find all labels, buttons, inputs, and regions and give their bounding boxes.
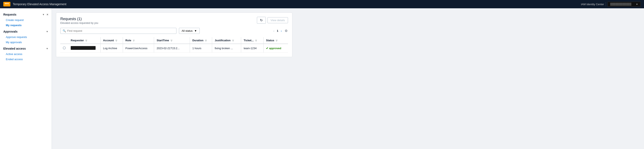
justification-value: fixing broken ...: [214, 47, 233, 50]
card-title-text: Requests: [60, 17, 76, 21]
chevron-down-icon: ▼: [636, 3, 638, 6]
card-title: Requests (1): [60, 17, 98, 21]
nav-account-text: ████████████: [610, 3, 631, 6]
filter-row: 🔍 All status ▼ ‹ 1 › ⚙: [60, 28, 288, 34]
chevron-approvals-icon: ▼: [46, 30, 48, 33]
sidebar-section-elevated-access: Elevated access ▼ Active access Ended ac…: [0, 46, 52, 62]
th-requester: Requester ▽: [68, 37, 100, 44]
sort-justification-icon[interactable]: ▽: [232, 39, 234, 42]
page-number: 1: [277, 29, 278, 32]
sidebar-section-label-elevated-access: Elevated access: [3, 47, 26, 50]
th-checkbox: [60, 37, 68, 44]
duration-value: 1 hours: [192, 47, 201, 50]
refresh-button[interactable]: ↻: [257, 17, 266, 24]
sort-duration-icon[interactable]: ▽: [205, 39, 207, 42]
search-icon: 🔍: [62, 29, 66, 32]
sort-ticket-icon[interactable]: ▽: [255, 39, 257, 42]
nav-service-label: IAM Identity Center: [581, 3, 604, 6]
sort-account-icon[interactable]: ▽: [116, 39, 117, 42]
sidebar-section-header-approvals[interactable]: Approvals ▼: [0, 29, 52, 35]
sidebar-item-my-approvals[interactable]: My approvals: [0, 40, 52, 45]
aws-logo-box: aws TEAM: [3, 2, 10, 7]
card-count: (1): [77, 17, 82, 21]
th-starttime-label: StartTime: [156, 39, 169, 42]
td-starttime: 2023-02-21T15:2...: [154, 44, 190, 53]
close-icon[interactable]: ×: [47, 13, 48, 16]
sidebar-section-header-requests[interactable]: Requests ▼ ×: [0, 12, 52, 18]
td-status: ✔ approved: [264, 44, 288, 53]
td-duration: 1 hours: [190, 44, 212, 53]
search-box[interactable]: 🔍: [60, 28, 176, 34]
td-checkbox[interactable]: [60, 44, 68, 53]
next-page-button[interactable]: ›: [280, 29, 283, 33]
sidebar-item-active-access[interactable]: Active access: [0, 52, 52, 57]
th-account-label: Account: [103, 39, 114, 42]
nav-app-title: Temporary Elevated Access Management: [13, 3, 66, 6]
requests-card: Requests (1) Elevated access requested b…: [56, 13, 292, 57]
sidebar-section-approvals: Approvals ▼ Approve requests My approval…: [0, 29, 52, 45]
search-input[interactable]: [67, 29, 174, 32]
th-status-label: Status: [266, 39, 274, 42]
th-account: Account ▽: [100, 37, 123, 44]
status-dropdown[interactable]: All status ▼: [179, 28, 200, 34]
th-role-label: Role: [126, 39, 131, 42]
chevron-elevated-icon: ▼: [46, 47, 48, 50]
td-requester: [68, 44, 100, 53]
sidebar-section-requests: Requests ▼ × Create request My requests: [0, 12, 52, 28]
view-details-button[interactable]: View details: [268, 17, 288, 23]
sidebar-section-label-approvals: Approvals: [3, 30, 18, 33]
nav-right: IAM Identity Center ████████████ ▼: [581, 2, 641, 7]
prev-page-icon: ‹: [273, 29, 274, 33]
main-content: Requests (1) Elevated access requested b…: [52, 8, 644, 149]
sort-starttime-icon[interactable]: ▽: [171, 39, 172, 42]
th-justification: Justification ▽: [212, 37, 241, 44]
td-justification: fixing broken ...: [212, 44, 241, 53]
nav-account-dropdown[interactable]: ████████████ ▼: [608, 2, 641, 7]
sort-requester-icon[interactable]: ▽: [86, 39, 87, 42]
next-page-icon: ›: [281, 29, 282, 33]
table-header-row: Requester ▽ Account ▽ Role ▽ StartTime: [60, 37, 288, 44]
team-text: TEAM: [4, 5, 9, 6]
sidebar-item-approve-requests[interactable]: Approve requests: [0, 35, 52, 40]
td-ticket: team-1234: [241, 44, 264, 53]
status-label: approved: [269, 47, 281, 50]
status-chevron-icon: ▼: [194, 29, 197, 32]
th-duration-label: Duration: [192, 39, 204, 42]
pagination-row: ‹ 1 › ⚙: [272, 29, 288, 33]
starttime-value: 2023-02-21T15:2...: [156, 47, 180, 50]
requests-table: Requester ▽ Account ▽ Role ▽ StartTime: [60, 37, 288, 53]
chevron-requests-icon: ▼: [42, 13, 44, 16]
sidebar-section-header-elevated-access[interactable]: Elevated access ▼: [0, 46, 52, 52]
sidebar-section-label-requests: Requests: [3, 13, 16, 16]
th-requester-label: Requester: [71, 39, 84, 42]
sort-status-icon[interactable]: ▽: [276, 39, 278, 42]
card-title-area: Requests (1) Elevated access requested b…: [60, 17, 98, 25]
table-row[interactable]: Log Archive PowerUserAccess 2023-02-21T1…: [60, 44, 288, 53]
table-settings-button[interactable]: ⚙: [284, 29, 288, 33]
th-ticket-label: Ticket...: [244, 39, 254, 42]
sidebar-item-create-request[interactable]: Create request: [0, 18, 52, 23]
th-justification-label: Justification: [214, 39, 230, 42]
th-ticket: Ticket... ▽: [241, 37, 264, 44]
prev-page-button[interactable]: ‹: [272, 29, 276, 33]
card-header: Requests (1) Elevated access requested b…: [60, 17, 288, 25]
row-radio-button[interactable]: [63, 47, 66, 49]
settings-icon: ⚙: [285, 29, 288, 33]
sort-role-icon[interactable]: ▽: [133, 39, 134, 42]
sidebar: Requests ▼ × Create request My requests …: [0, 8, 52, 149]
account-value: Log Archive: [103, 47, 117, 50]
card-subtitle: Elevated access requested by you: [60, 22, 98, 25]
top-nav: aws TEAM Temporary Elevated Access Manag…: [0, 0, 644, 8]
status-badge: ✔ approved: [266, 47, 286, 50]
card-actions: ↻ View details: [257, 17, 288, 24]
th-starttime: StartTime ▽: [154, 37, 190, 44]
ticket-value: team-1234: [244, 47, 256, 50]
refresh-icon: ↻: [260, 18, 263, 22]
td-account: Log Archive: [100, 44, 123, 53]
th-duration: Duration ▽: [190, 37, 212, 44]
sidebar-item-ended-access[interactable]: Ended access: [0, 57, 52, 62]
aws-text: aws: [5, 2, 9, 5]
sidebar-item-my-requests[interactable]: My requests: [0, 23, 52, 28]
td-role: PowerUserAccess: [123, 44, 154, 53]
role-value: PowerUserAccess: [126, 47, 148, 50]
